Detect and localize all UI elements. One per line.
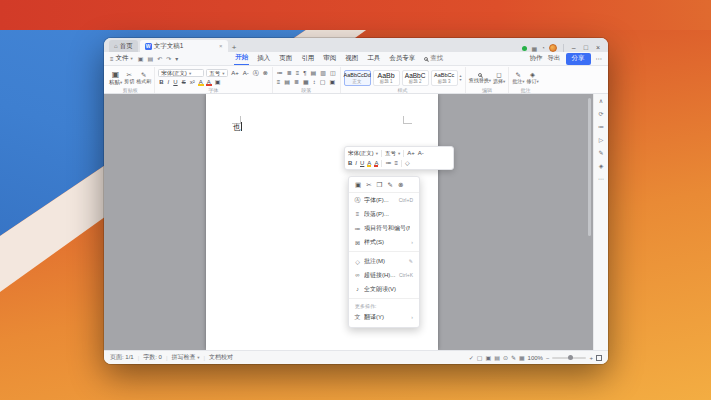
tab-reference[interactable]: 引用 bbox=[300, 53, 315, 65]
mini-grow-font-icon[interactable]: A+ bbox=[407, 149, 415, 157]
mini-align-icon[interactable]: ≡ bbox=[394, 159, 398, 167]
print-layout-icon[interactable]: ▣ bbox=[486, 354, 492, 361]
menu-item-font[interactable]: Ⓐ 字体(F)... Ctrl+D bbox=[349, 193, 419, 207]
columns-icon[interactable]: ◫ bbox=[329, 69, 337, 77]
font-family-select[interactable]: 宋体(正文)▾ bbox=[158, 69, 204, 77]
more-tools-icon[interactable]: ⋯ bbox=[598, 175, 604, 182]
page-indicator[interactable]: 页面: 1/1 bbox=[110, 353, 134, 362]
grow-font-icon[interactable]: A+ bbox=[230, 69, 240, 77]
find-replace-button[interactable]: 查找替换▾ bbox=[469, 73, 491, 83]
vertical-scrollbar[interactable] bbox=[588, 98, 591, 236]
decrease-indent-icon[interactable]: ≡ bbox=[295, 69, 301, 77]
shading-icon[interactable]: ▢ bbox=[319, 78, 327, 86]
edit-mode-icon[interactable]: ✎ bbox=[511, 354, 516, 361]
file-menu-button[interactable]: ≡ 文件 ▾ bbox=[110, 54, 133, 63]
menu-item-styles[interactable]: ⊠ 样式(S) › bbox=[349, 235, 419, 249]
mini-italic-icon[interactable]: I bbox=[355, 159, 357, 167]
zoom-slider[interactable] bbox=[552, 357, 586, 359]
zoom-in-icon[interactable]: + bbox=[589, 355, 593, 361]
outline-view-icon[interactable]: ▤ bbox=[494, 354, 500, 361]
menu-item-comment[interactable]: ◇ 批注(M) ✎ bbox=[349, 254, 419, 268]
word-count[interactable]: 字数: 0 bbox=[143, 353, 162, 362]
underline-icon[interactable]: U bbox=[172, 78, 178, 86]
export-button[interactable]: 导出 bbox=[548, 54, 561, 63]
document-text[interactable]: 也 bbox=[233, 122, 242, 133]
mini-shrink-font-icon[interactable]: A- bbox=[418, 149, 424, 157]
cut-button[interactable]: ✂ 剪切 bbox=[124, 71, 134, 84]
mini-format-painter-icon[interactable]: ◇ bbox=[405, 159, 410, 167]
font-size-select[interactable]: 五号▾ bbox=[206, 69, 228, 77]
quickbar-more-icon[interactable]: ▾ bbox=[175, 55, 178, 62]
fullwidth-icon[interactable]: ▦ bbox=[519, 354, 525, 361]
justify-icon[interactable]: ▦ bbox=[302, 78, 310, 86]
format-painter-icon[interactable]: ✎ bbox=[387, 181, 392, 189]
paste-icon[interactable]: ▣ bbox=[355, 181, 361, 189]
maximize-button[interactable]: □ bbox=[582, 44, 590, 52]
comment-button[interactable]: ✎ 批注▾ bbox=[512, 71, 524, 84]
user-avatar[interactable] bbox=[549, 44, 557, 52]
border-icon[interactable]: ▣ bbox=[328, 78, 336, 86]
paragraph-mark-icon[interactable]: ¶ bbox=[302, 69, 307, 77]
style-chip-normal[interactable]: AaBbCcDd 正文 bbox=[344, 70, 371, 86]
line-spacing-icon[interactable]: ↕ bbox=[312, 78, 317, 86]
menu-item-translate[interactable]: 文 翻译(Y) › bbox=[349, 310, 419, 324]
save-icon[interactable]: ▣ bbox=[138, 55, 144, 62]
fullscreen-icon[interactable] bbox=[596, 355, 602, 361]
tab-view[interactable]: 视图 bbox=[344, 53, 359, 65]
mini-highlight-icon[interactable]: A bbox=[367, 159, 371, 167]
menu-item-paragraph[interactable]: ≡ 段落(P)... bbox=[349, 207, 419, 221]
zoom-out-icon[interactable]: − bbox=[546, 355, 550, 361]
mini-font-select[interactable]: 宋体(正文)▾ bbox=[348, 150, 378, 157]
style-chip-heading3[interactable]: AaBbCc 标题 3 bbox=[431, 70, 458, 86]
style-gallery-scroll[interactable]: ▴▾ bbox=[460, 74, 462, 82]
menu-item-bullets-numbering[interactable]: ≔ 项目符号和编号(N)... bbox=[349, 221, 419, 235]
char-border-icon[interactable]: ▣ bbox=[214, 78, 222, 86]
menu-item-read-aloud[interactable]: ♪ 全文朗读(V) bbox=[349, 282, 419, 296]
close-button[interactable]: × bbox=[594, 44, 602, 52]
bold-icon[interactable]: B bbox=[158, 78, 164, 86]
search-command-box[interactable]: 查找 bbox=[424, 54, 443, 63]
copy-icon[interactable]: ❐ bbox=[377, 181, 383, 189]
increase-indent-icon[interactable]: ▤ bbox=[310, 69, 318, 77]
bullet-list-icon[interactable]: ≔ bbox=[276, 69, 284, 77]
apps-grid-icon[interactable]: ▦ bbox=[531, 45, 537, 52]
highlight-color-icon[interactable]: A bbox=[198, 78, 204, 86]
minimize-button[interactable]: – bbox=[570, 44, 578, 52]
bookmark-icon[interactable]: ▷ bbox=[599, 136, 604, 143]
mini-bold-icon[interactable]: B bbox=[348, 159, 352, 167]
collapse-ribbon-icon[interactable]: ∧ bbox=[599, 97, 603, 104]
web-layout-icon[interactable]: ⊙ bbox=[503, 354, 508, 361]
proofread-button[interactable]: 文档校对 bbox=[209, 353, 233, 362]
format-painter-button[interactable]: ✎ 格式刷 bbox=[136, 71, 151, 84]
menu-item-hyperlink[interactable]: ∞ 超链接(H)... Ctrl+K bbox=[349, 268, 419, 282]
font-color-icon[interactable]: A bbox=[206, 78, 212, 86]
mini-list-icon[interactable]: ≔ bbox=[385, 159, 391, 167]
tab-page[interactable]: 页面 bbox=[278, 53, 293, 65]
cut-icon[interactable]: ✂ bbox=[366, 181, 371, 189]
redo-icon[interactable]: ↷ bbox=[166, 55, 171, 62]
tab-home[interactable]: 开始 bbox=[234, 52, 249, 65]
select-button[interactable]: ◻ 选择▾ bbox=[493, 71, 505, 84]
spell-status-icon[interactable]: ✓ bbox=[469, 354, 474, 361]
tab-close-icon[interactable]: × bbox=[219, 43, 223, 49]
strikethrough-icon[interactable]: S bbox=[181, 78, 187, 86]
document-tab[interactable]: W 文字文稿1 × bbox=[140, 40, 228, 52]
tab-review[interactable]: 审阅 bbox=[322, 53, 337, 65]
align-center-icon[interactable]: ▤ bbox=[283, 78, 291, 86]
zoom-level[interactable]: 100% bbox=[528, 355, 543, 361]
cloud-sync-status-icon[interactable] bbox=[522, 46, 527, 51]
seal-icon[interactable]: ◈ bbox=[599, 162, 604, 169]
paste-button[interactable]: ▣ 粘贴▾ bbox=[109, 70, 122, 86]
document-canvas[interactable]: 也 宋体(正文)▾ 五号▾ A+ A- B I U A bbox=[104, 94, 608, 350]
tab-tools[interactable]: 工具 bbox=[366, 53, 381, 65]
mini-font-color-icon[interactable]: A bbox=[374, 159, 378, 167]
collab-button[interactable]: 协作 bbox=[530, 54, 543, 63]
align-right-icon[interactable]: ≣ bbox=[293, 78, 300, 86]
tab-insert[interactable]: 插入 bbox=[256, 53, 271, 65]
mini-underline-icon[interactable]: U bbox=[360, 159, 364, 167]
mini-size-select[interactable]: 五号▾ bbox=[385, 150, 400, 157]
style-chip-heading2[interactable]: AaBbC 标题 2 bbox=[402, 70, 429, 86]
read-mode-icon[interactable]: ▢ bbox=[477, 354, 483, 361]
number-list-icon[interactable]: ≣ bbox=[286, 69, 293, 77]
style-chip-heading1[interactable]: AaBb 标题 1 bbox=[373, 70, 400, 86]
